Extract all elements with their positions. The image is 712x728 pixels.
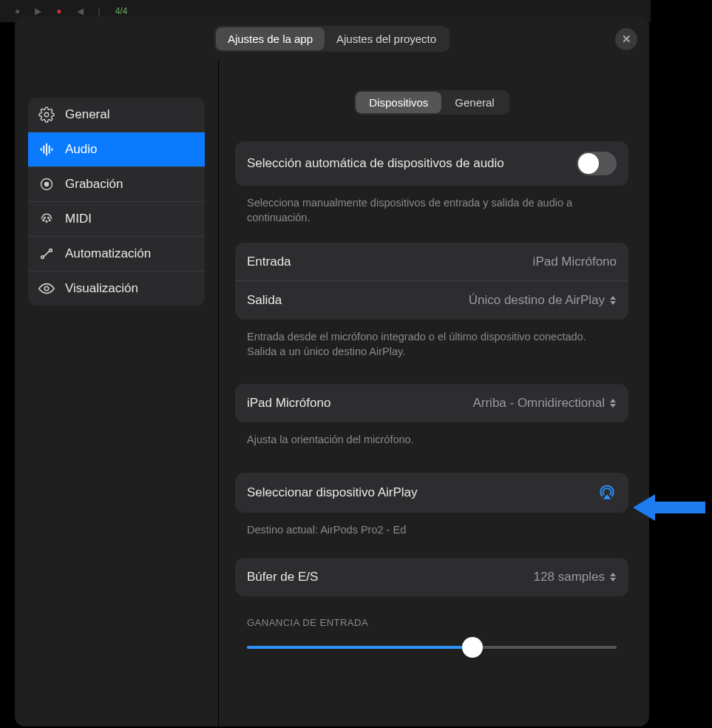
auto-select-toggle[interactable] (577, 152, 617, 175)
mic-value: Arriba - Omnidirectional (472, 396, 605, 411)
input-label: Entrada (247, 255, 291, 269)
mic-label: iPad Micrófono (247, 396, 330, 411)
midi-icon (38, 211, 55, 227)
modal-header: Ajustes de la app Ajustes del proyecto ✕ (15, 16, 649, 61)
mic-group: iPad Micrófono Arriba - Omnidirectional (235, 384, 628, 422)
sidebar-item-label: Automatización (65, 246, 151, 261)
gain-slider[interactable] (247, 637, 617, 658)
svg-point-8 (43, 220, 44, 221)
sidebar-item-label: General (65, 107, 109, 122)
waveform-icon (38, 141, 55, 158)
auto-select-group: Selección automática de dispositivos de … (235, 141, 628, 186)
subtab-devices[interactable]: Dispositivos (356, 92, 441, 113)
output-label: Salida (247, 293, 282, 308)
airplay-icon (597, 483, 617, 502)
sidebar: General Audio Grabación (15, 61, 219, 727)
svg-point-10 (49, 220, 50, 221)
mic-row[interactable]: iPad Micrófono Arriba - Omnidirectional (235, 384, 628, 422)
airplay-helper: Destino actual: AirPods Pro2 - Ed (235, 517, 628, 559)
subtab-general[interactable]: General (441, 92, 507, 113)
mic-helper: Ajusta la orientación del micrófono. (235, 427, 628, 465)
time-signature: 4/4 (115, 6, 128, 16)
sidebar-item-label: Audio (65, 142, 97, 157)
automation-icon (38, 246, 55, 262)
input-value: iPad Micrófono (533, 255, 617, 269)
tab-app-settings[interactable]: Ajustes de la app (216, 27, 325, 50)
eye-icon (38, 280, 55, 297)
svg-point-13 (41, 256, 44, 259)
sidebar-item-label: Grabación (65, 177, 123, 192)
sidebar-item-recording[interactable]: Grabación (28, 167, 205, 202)
svg-rect-2 (43, 146, 44, 154)
svg-point-0 (44, 112, 49, 117)
svg-point-14 (50, 249, 52, 252)
close-icon: ✕ (622, 33, 631, 46)
sidebar-item-label: Visualización (65, 281, 138, 296)
chevron-updown-icon (609, 399, 617, 408)
sidebar-item-audio[interactable]: Audio (28, 132, 205, 167)
gain-section-label: GANANCIA DE ENTRADA (235, 601, 628, 637)
sidebar-item-automation[interactable]: Automatización (28, 237, 205, 272)
slider-fill (247, 646, 472, 649)
top-tabs: Ajustes de la app Ajustes del proyecto (214, 26, 450, 52)
sidebar-item-label: MIDI (65, 212, 92, 226)
sidebar-item-general[interactable]: General (28, 98, 205, 132)
close-button[interactable]: ✕ (615, 28, 637, 50)
output-value: Único destino de AirPlay (469, 293, 605, 308)
svg-point-12 (48, 218, 50, 219)
slider-knob (462, 637, 483, 658)
buffer-label: Búfer de E/S (247, 570, 318, 584)
auto-select-label: Selección automática de dispositivos de … (247, 156, 504, 171)
airplay-group: Seleccionar dispositivo AirPlay (235, 473, 628, 513)
auto-select-helper: Selecciona manualmente dispositivos de e… (235, 190, 628, 243)
io-group: Entrada iPad Micrófono Salida Único dest… (235, 243, 628, 320)
sidebar-item-view[interactable]: Visualización (28, 272, 205, 306)
svg-point-15 (44, 286, 49, 291)
settings-modal: Ajustes de la app Ajustes del proyecto ✕… (15, 16, 649, 727)
tab-project-settings[interactable]: Ajustes del proyecto (325, 27, 448, 50)
airplay-label: Seleccionar dispositivo AirPlay (247, 485, 418, 500)
chevron-updown-icon (609, 296, 617, 305)
svg-point-7 (45, 183, 49, 186)
svg-rect-1 (41, 148, 42, 151)
auto-select-row: Selección automática de dispositivos de … (235, 141, 628, 186)
record-icon (38, 176, 55, 192)
output-row[interactable]: Salida Único destino de AirPlay (235, 281, 628, 320)
sub-tabs: Dispositivos General (354, 90, 509, 115)
chevron-updown-icon (609, 573, 617, 582)
gear-icon (38, 107, 55, 123)
svg-rect-3 (46, 144, 47, 156)
buffer-value: 128 samples (534, 570, 605, 584)
buffer-row[interactable]: Búfer de E/S 128 samples (235, 558, 628, 596)
sidebar-item-midi[interactable]: MIDI (28, 202, 205, 237)
content-panel: Dispositivos General Selección automátic… (219, 61, 649, 727)
buffer-group: Búfer de E/S 128 samples (235, 558, 628, 596)
svg-point-11 (44, 218, 46, 219)
svg-point-9 (46, 221, 47, 223)
toggle-knob (578, 153, 599, 174)
airplay-row[interactable]: Seleccionar dispositivo AirPlay (235, 473, 628, 513)
io-helper: Entrada desde el micrófono integrado o e… (235, 324, 628, 377)
input-row[interactable]: Entrada iPad Micrófono (235, 243, 628, 281)
svg-rect-5 (51, 148, 52, 151)
svg-rect-4 (49, 146, 50, 154)
